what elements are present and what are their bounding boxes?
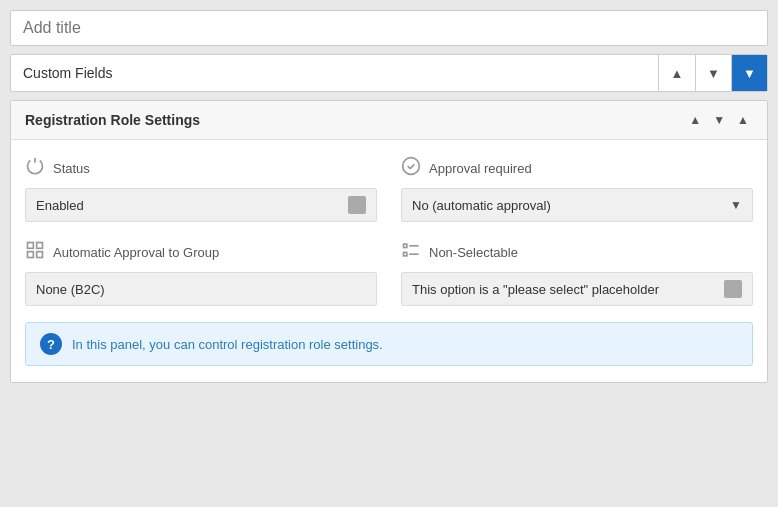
section-controls: ▲ ▼ ▲ [685,111,753,129]
non-selectable-label: Non-Selectable [401,240,753,264]
custom-fields-controls: ▲ ▼ ▼ [658,55,767,91]
approval-label: Approval required [401,156,753,180]
non-selectable-control[interactable]: This option is a "please select" placeho… [401,272,753,306]
svg-rect-5 [404,244,407,247]
custom-fields-up-btn[interactable]: ▲ [659,55,695,91]
custom-fields-bar: Custom Fields ▲ ▼ ▼ [10,54,768,92]
custom-fields-label: Custom Fields [11,65,658,81]
title-input[interactable] [10,10,768,46]
approval-value: No (automatic approval) [412,198,551,213]
status-label: Status [25,156,377,180]
auto-group-label: Automatic Approval to Group [25,240,377,264]
status-value: Enabled [36,198,84,213]
status-toggle[interactable] [348,196,366,214]
grid-icon [25,240,45,264]
section-collapse-btn[interactable]: ▲ [733,111,753,129]
section-body: Status Enabled [11,140,767,382]
section-up-btn[interactable]: ▲ [685,111,705,129]
power-icon [25,156,45,180]
info-box: ? In this panel, you can control registr… [25,322,753,366]
approval-label-text: Approval required [429,161,532,176]
non-selectable-toggle[interactable] [724,280,742,298]
approval-icon [401,156,421,180]
auto-group-value: None (B2C) [36,282,105,297]
status-label-text: Status [53,161,90,176]
status-field-group: Status Enabled [25,156,377,222]
section-header: Registration Role Settings ▲ ▼ ▲ [11,101,767,140]
section-down-btn[interactable]: ▼ [709,111,729,129]
svg-rect-2 [37,243,43,249]
custom-fields-dropdown-btn[interactable]: ▼ [731,55,767,91]
approval-field-group: Approval required No (automatic approval… [401,156,753,222]
svg-point-0 [403,158,420,175]
approval-dropdown-arrow: ▼ [730,198,742,212]
non-selectable-field-group: Non-Selectable This option is a "please … [401,240,753,306]
svg-rect-3 [28,252,34,258]
svg-rect-7 [404,253,407,256]
registration-role-settings-section: Registration Role Settings ▲ ▼ ▲ [10,100,768,383]
non-selectable-value: This option is a "please select" placeho… [412,282,659,297]
auto-group-control[interactable]: None (B2C) [25,272,377,306]
auto-group-field-group: Automatic Approval to Group None (B2C) [25,240,377,306]
info-text: In this panel, you can control registrat… [72,337,383,352]
status-control[interactable]: Enabled [25,188,377,222]
info-icon: ? [40,333,62,355]
svg-rect-1 [28,243,34,249]
list-icon [401,240,421,264]
svg-rect-4 [37,252,43,258]
non-selectable-label-text: Non-Selectable [429,245,518,260]
section-title: Registration Role Settings [25,112,685,128]
custom-fields-down-btn[interactable]: ▼ [695,55,731,91]
auto-group-label-text: Automatic Approval to Group [53,245,219,260]
approval-control[interactable]: No (automatic approval) ▼ [401,188,753,222]
fields-grid: Status Enabled [25,156,753,306]
